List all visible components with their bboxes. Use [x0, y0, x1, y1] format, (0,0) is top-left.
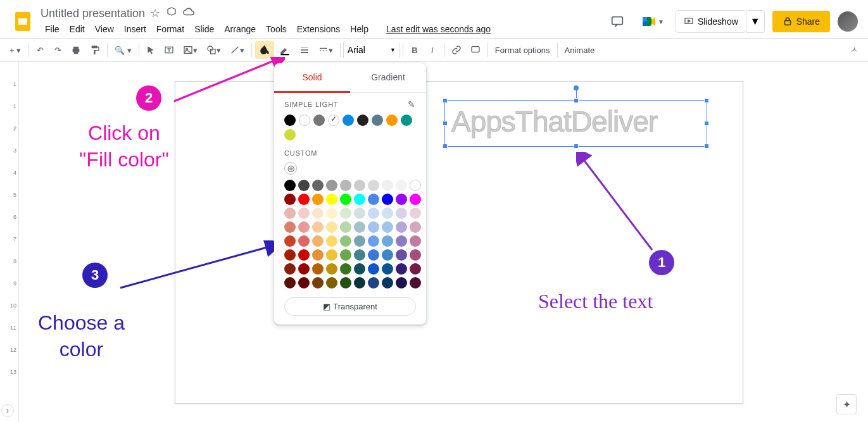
color-swatch[interactable] [312, 263, 324, 275]
color-swatch[interactable] [396, 249, 407, 261]
color-swatch[interactable] [340, 263, 351, 275]
color-swatch[interactable] [354, 249, 365, 261]
toolbar-expand[interactable]: ㅅ [846, 41, 862, 59]
color-swatch[interactable] [298, 180, 310, 191]
paint-format-button[interactable] [86, 42, 104, 58]
color-swatch[interactable] [368, 194, 379, 205]
resize-handle-nw[interactable] [443, 98, 448, 103]
undo-button[interactable]: ↶ [32, 42, 48, 58]
resize-handle-w[interactable] [443, 121, 448, 126]
color-swatch[interactable] [284, 194, 296, 205]
image-tool[interactable]: ▾ [179, 42, 201, 58]
color-swatch[interactable] [298, 235, 310, 247]
color-swatch[interactable] [368, 277, 379, 289]
color-swatch[interactable] [382, 263, 393, 275]
move-icon[interactable] [167, 6, 177, 20]
color-swatch[interactable] [298, 221, 310, 233]
theme-color-swatch[interactable] [328, 115, 339, 126]
color-swatch[interactable] [410, 221, 421, 233]
color-swatch[interactable] [284, 263, 296, 275]
color-swatch[interactable] [312, 221, 324, 233]
explore-button[interactable]: ✦ [836, 394, 857, 414]
color-swatch[interactable] [284, 277, 296, 289]
tab-gradient[interactable]: Gradient [350, 63, 426, 92]
theme-color-swatch[interactable] [386, 115, 398, 126]
resize-handle-se[interactable] [704, 144, 709, 149]
color-swatch[interactable] [298, 194, 310, 205]
menu-slide[interactable]: Slide [190, 22, 218, 37]
rotate-handle[interactable] [574, 85, 579, 90]
color-swatch[interactable] [410, 249, 421, 261]
color-swatch[interactable] [340, 235, 351, 247]
color-swatch[interactable] [312, 249, 324, 261]
color-swatch[interactable] [368, 263, 379, 275]
color-swatch[interactable] [284, 249, 296, 261]
resize-handle-s[interactable] [574, 144, 579, 149]
filmstrip-toggle[interactable]: › [1, 404, 14, 417]
add-custom-color[interactable]: ⊕ [284, 162, 297, 175]
color-swatch[interactable] [312, 194, 324, 205]
color-swatch[interactable] [368, 180, 379, 191]
color-swatch[interactable] [326, 277, 337, 289]
color-swatch[interactable] [312, 277, 324, 289]
color-swatch[interactable] [368, 249, 379, 261]
theme-color-swatch[interactable] [299, 115, 310, 126]
color-swatch[interactable] [382, 194, 393, 205]
resize-handle-ne[interactable] [704, 98, 709, 103]
textbox-tool[interactable] [160, 42, 178, 58]
profile-avatar[interactable] [838, 11, 858, 32]
font-select[interactable]: Arial▼ [343, 42, 400, 58]
color-swatch[interactable] [298, 208, 310, 219]
color-swatch[interactable] [396, 221, 407, 233]
select-tool[interactable] [142, 42, 159, 58]
slides-logo[interactable] [10, 9, 35, 34]
theme-color-swatch[interactable] [313, 115, 325, 126]
color-swatch[interactable] [312, 235, 324, 247]
color-swatch[interactable] [396, 277, 407, 289]
color-swatch[interactable] [326, 235, 337, 247]
color-swatch[interactable] [382, 249, 393, 261]
color-swatch[interactable] [284, 235, 296, 247]
border-dash-button[interactable]: ▾ [315, 42, 337, 58]
slideshow-dropdown[interactable]: ▼ [746, 10, 765, 33]
color-swatch[interactable] [382, 180, 393, 191]
theme-color-swatch[interactable] [284, 115, 296, 126]
cloud-icon[interactable] [183, 6, 194, 20]
color-swatch[interactable] [312, 208, 324, 219]
animate-button[interactable]: Animate [561, 42, 599, 58]
border-weight-button[interactable] [296, 42, 313, 58]
bold-button[interactable]: B [406, 42, 423, 58]
theme-color-swatch[interactable] [401, 115, 412, 126]
theme-color-swatch[interactable] [357, 115, 368, 126]
comments-icon[interactable] [605, 9, 630, 34]
color-swatch[interactable] [354, 180, 365, 191]
meet-icon[interactable]: ▼ [638, 9, 668, 34]
color-swatch[interactable] [340, 249, 351, 261]
resize-handle-n[interactable] [574, 98, 579, 103]
theme-color-swatch[interactable] [372, 115, 383, 126]
color-swatch[interactable] [368, 235, 379, 247]
transparent-button[interactable]: ◩Transparent [284, 297, 416, 316]
share-button[interactable]: Share [772, 11, 830, 32]
link-button[interactable] [448, 42, 465, 58]
color-swatch[interactable] [326, 221, 337, 233]
menu-insert[interactable]: Insert [120, 22, 151, 37]
menu-help[interactable]: Help [346, 22, 373, 37]
border-color-button[interactable] [275, 41, 294, 59]
redo-button[interactable]: ↷ [49, 42, 66, 58]
color-swatch[interactable] [410, 263, 421, 275]
resize-handle-sw[interactable] [443, 144, 448, 149]
color-swatch[interactable] [340, 277, 351, 289]
color-swatch[interactable] [396, 263, 407, 275]
color-swatch[interactable] [354, 277, 365, 289]
format-options-button[interactable]: Format options [491, 42, 554, 58]
color-swatch[interactable] [298, 277, 310, 289]
color-swatch[interactable] [340, 194, 351, 205]
comment-button[interactable] [467, 42, 484, 58]
color-swatch[interactable] [340, 180, 351, 191]
new-slide-button[interactable]: + ▾ [6, 42, 25, 58]
color-swatch[interactable] [284, 180, 296, 191]
color-swatch[interactable] [410, 235, 421, 247]
shape-tool[interactable]: ▾ [203, 42, 225, 58]
color-swatch[interactable] [312, 180, 324, 191]
